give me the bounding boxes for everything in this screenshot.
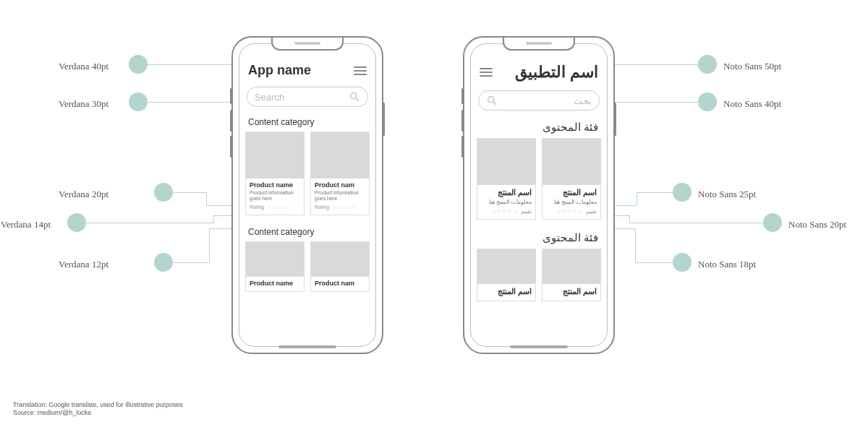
callout-dot — [698, 55, 717, 74]
product-image — [477, 139, 535, 185]
phone-screen: اسم التطبيق بحث فئة المحتوى اسم المنتج م… — [470, 43, 608, 347]
callout-line — [206, 192, 207, 205]
callout-line — [608, 64, 698, 65]
callout-dot — [129, 55, 148, 74]
callout-line — [86, 223, 213, 223]
product-name: اسم المنتج — [546, 287, 597, 296]
svg-point-0 — [351, 93, 357, 99]
product-image — [542, 139, 600, 185]
hamburger-icon[interactable] — [354, 66, 367, 75]
callout-line — [608, 102, 698, 103]
product-card[interactable]: اسم المنتج معلومات المنتج هنا تقييم☆☆☆☆☆ — [542, 138, 601, 220]
footnote: Translation: Google translate, used for … — [13, 401, 183, 418]
svg-line-1 — [356, 98, 359, 101]
phone-side-button — [230, 110, 232, 132]
phone-notch — [503, 38, 575, 51]
search-icon — [486, 95, 498, 106]
callout-line — [148, 64, 239, 65]
callout-label: Noto Sans 18pt — [698, 259, 756, 270]
home-indicator — [510, 345, 568, 348]
callout-line — [209, 228, 210, 262]
category-label: Content category — [239, 114, 375, 132]
product-info: Product information goes here — [250, 190, 300, 202]
product-rating: Rating☆☆☆☆☆ — [250, 204, 300, 210]
product-name: Product name — [250, 181, 300, 189]
callout-line — [637, 192, 673, 193]
category-label: فئة المحتوى — [471, 118, 607, 138]
product-rating: تقييم☆☆☆☆☆ — [481, 208, 532, 215]
stars-icon: ☆☆☆☆☆ — [556, 208, 584, 215]
product-info: Product information goes here — [315, 190, 365, 202]
callout-label: Noto Sans 25pt — [698, 189, 756, 200]
phone-side-button — [230, 88, 232, 104]
phone-mockup-ltr: App name Search Content category Product… — [231, 36, 383, 354]
hamburger-icon[interactable] — [480, 68, 493, 77]
phone-side-button — [230, 136, 232, 158]
callout-line — [629, 215, 630, 223]
product-name: Product nam — [315, 181, 365, 189]
callout-dot — [129, 92, 148, 111]
callout-dot — [154, 253, 173, 272]
search-placeholder: Search — [255, 92, 349, 103]
search-input[interactable]: بحث — [478, 90, 600, 111]
callout-line — [637, 192, 637, 205]
product-image — [477, 249, 535, 284]
product-info: معلومات المنتج هنا — [546, 199, 597, 206]
product-name: اسم المنتج — [481, 287, 532, 296]
product-card[interactable]: اسم المنتج — [542, 249, 601, 301]
callout-dot — [698, 92, 717, 111]
phone-notch — [271, 38, 344, 51]
product-name: Product nam — [315, 280, 365, 287]
search-input[interactable]: Search — [247, 87, 368, 107]
phone-side-button — [614, 103, 616, 136]
stars-icon: ☆☆☆☆☆ — [332, 204, 356, 210]
stars-icon: ☆☆☆☆☆ — [491, 208, 519, 215]
callout-label: Verdana 20pt — [43, 189, 109, 200]
product-image — [542, 249, 600, 284]
product-image — [246, 132, 304, 178]
phone-side-button — [383, 103, 385, 136]
product-info: معلومات المنتج هنا — [481, 199, 532, 206]
search-placeholder: بحث — [498, 95, 592, 106]
product-card[interactable]: Product nam Product information goes her… — [310, 132, 370, 215]
product-image — [311, 132, 369, 178]
product-rating: تقييم☆☆☆☆☆ — [546, 208, 597, 215]
product-name: Product name — [250, 280, 300, 287]
product-card[interactable]: اسم المنتج — [477, 249, 536, 301]
phone-side-button — [461, 88, 464, 104]
phone-mockup-rtl: اسم التطبيق بحث فئة المحتوى اسم المنتج م… — [463, 36, 615, 354]
callout-line — [173, 262, 209, 263]
product-card[interactable]: Product name — [245, 241, 305, 292]
callout-label: Verdana 40pt — [43, 61, 109, 72]
product-rating: Rating☆☆☆☆☆ — [315, 204, 365, 210]
callout-dot — [673, 183, 692, 202]
callout-line — [173, 192, 206, 193]
phone-side-button — [461, 136, 464, 158]
callout-dot — [154, 183, 173, 202]
category-label: Content category — [239, 224, 375, 241]
phone-side-button — [461, 110, 464, 132]
callout-label: Noto Sans 50pt — [723, 61, 781, 72]
callout-dot — [67, 213, 86, 232]
callout-label: Verdana 12pt — [43, 259, 109, 270]
callout-label: Noto Sans 20pt — [788, 219, 846, 231]
product-image — [311, 242, 369, 277]
callout-label: Verdana 14pt — [0, 219, 51, 231]
callout-dot — [763, 213, 782, 232]
svg-point-2 — [488, 97, 494, 103]
product-card[interactable]: اسم المنتج معلومات المنتج هنا تقييم☆☆☆☆☆ — [477, 138, 536, 220]
callout-line — [148, 102, 239, 103]
callout-line — [213, 215, 214, 223]
product-name: اسم المنتج — [546, 188, 597, 197]
product-card[interactable]: Product nam — [310, 241, 370, 292]
phone-screen: App name Search Content category Product… — [239, 43, 376, 347]
svg-line-3 — [493, 102, 496, 105]
callout-line — [635, 228, 636, 262]
home-indicator — [278, 345, 336, 348]
app-title: اسم التطبيق — [515, 63, 598, 82]
callout-label: Verdana 30pt — [43, 98, 109, 110]
callout-line — [635, 262, 673, 263]
callout-label: Noto Sans 40pt — [723, 98, 781, 110]
product-name: اسم المنتج — [481, 188, 532, 197]
product-card[interactable]: Product name Product information goes he… — [245, 132, 305, 215]
